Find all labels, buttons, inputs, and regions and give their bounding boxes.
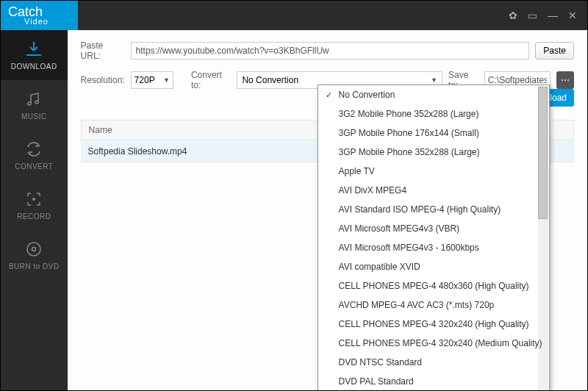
browse-button[interactable]: ⋯: [556, 71, 574, 89]
music-icon: [25, 90, 43, 108]
sidebar-item-label: DOWNLOAD: [11, 62, 57, 71]
feedback-icon[interactable]: ▭: [528, 10, 537, 21]
paste-button[interactable]: Paste: [535, 42, 574, 60]
column-header-name: Name: [89, 125, 112, 135]
chevron-down-icon: ▼: [163, 76, 170, 84]
sidebar-item-burn[interactable]: BURN to DVD: [1, 230, 68, 280]
dvd-icon: [25, 240, 43, 258]
settings-icon[interactable]: ✿: [509, 10, 517, 21]
close-icon[interactable]: ✕: [568, 10, 577, 21]
dropdown-item[interactable]: CELL PHONES MPEG-4 480x360 (High Quality…: [318, 276, 549, 295]
sidebar-item-convert[interactable]: CONVERT: [1, 130, 68, 180]
svg-point-0: [32, 198, 35, 201]
window-controls: ✿ ▭ — ✕: [509, 10, 587, 21]
dropdown-item[interactable]: AVI Standard ISO MPEG-4 (High Quality): [318, 200, 549, 219]
svg-point-2: [32, 247, 36, 251]
file-name: Softpedia Slideshow.mp4: [88, 146, 187, 157]
dropdown-item[interactable]: Apple TV: [318, 162, 549, 181]
resolution-value: 720P: [135, 75, 155, 85]
dropdown-item[interactable]: 3GP Mobile Phone 176x144 (Small): [318, 123, 549, 143]
convert-label: Convert to:: [191, 70, 232, 90]
minimize-icon[interactable]: —: [548, 10, 558, 21]
dropdown-item[interactable]: 3GP Mobile Phone 352x288 (Large): [318, 143, 549, 162]
sidebar-item-label: MUSIC: [21, 112, 47, 121]
sidebar-item-label: RECORD: [17, 212, 51, 220]
download-icon: [24, 40, 43, 58]
convert-dropdown: No Convertion 3G2 Mobile Phone 352x288 (…: [318, 85, 550, 391]
chevron-down-icon: ▼: [431, 76, 437, 84]
svg-point-1: [27, 243, 40, 256]
dropdown-item[interactable]: AVI compatible XVID: [318, 257, 549, 276]
dropdown-item[interactable]: AVI Microsoft MPEG4v3 (VBR): [318, 219, 549, 238]
convert-icon: [25, 140, 43, 158]
resolution-select[interactable]: 720P ▼: [131, 71, 173, 89]
dropdown-item[interactable]: AVI DivX MPEG4: [318, 181, 549, 200]
dropdown-item[interactable]: CELL PHONES MPEG-4 320x240 (High Quality…: [318, 315, 549, 334]
dropdown-item[interactable]: 3G2 Mobile Phone 352x288 (Large): [318, 104, 549, 123]
sidebar-item-music[interactable]: MUSIC: [1, 80, 68, 130]
sidebar-item-label: CONVERT: [15, 162, 53, 171]
dropdown-item[interactable]: CELL PHONES MPEG-4 320x240 (Medium Quali…: [318, 334, 549, 353]
dropdown-item[interactable]: No Convertion: [318, 85, 549, 104]
content-area: Paste URL: Paste Resolution: 720P ▼ Conv…: [68, 30, 587, 391]
dropdown-item[interactable]: AVI Microsoft MPEG4v3 - 1600kbps: [318, 238, 549, 257]
sidebar-item-record[interactable]: RECORD: [1, 180, 68, 230]
sidebar: DOWNLOAD MUSIC CONVERT RECORD BURN to DV…: [1, 30, 68, 391]
sidebar-item-label: BURN to DVD: [9, 262, 60, 270]
title-bar: Catch Video ✿ ▭ — ✕: [1, 1, 587, 30]
dropdown-item[interactable]: AVCHD MPEG-4 AVC AC3 (*.mts) 720p: [318, 295, 549, 315]
dropdown-item[interactable]: DVD NTSC Standard: [318, 353, 549, 372]
dropdown-item[interactable]: DVD PAL Standard: [318, 372, 549, 391]
sidebar-item-download[interactable]: DOWNLOAD: [1, 30, 68, 80]
resolution-label: Resolution:: [81, 75, 125, 85]
record-icon: [25, 190, 43, 208]
paste-url-label: Paste URL:: [81, 40, 125, 61]
logo-subtitle: Video: [24, 18, 49, 26]
app-logo: Catch Video: [1, 1, 78, 30]
convert-value: No Convertion: [242, 75, 298, 85]
url-input[interactable]: [131, 42, 530, 60]
